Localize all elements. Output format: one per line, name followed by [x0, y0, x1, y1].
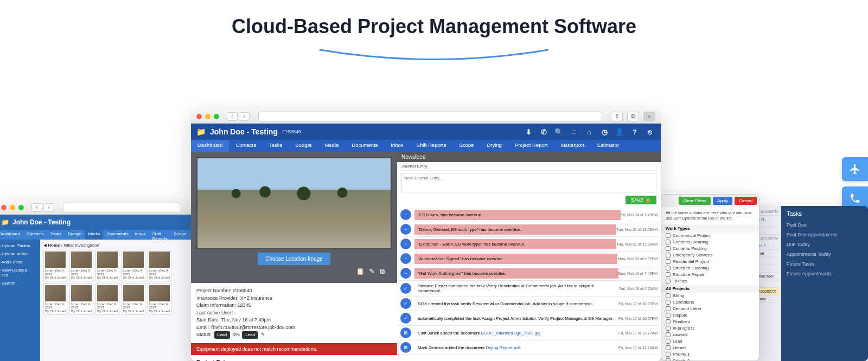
- fwd-button[interactable]: ›: [239, 112, 250, 121]
- thumbnail[interactable]: Lorem Dec 9, 2023By Clint Junell: [95, 283, 119, 315]
- thumbnail[interactable]: Lorem Dec 9, 2023By Clint Junell: [43, 250, 67, 281]
- choose-location-button[interactable]: Choose Location Image: [258, 253, 330, 265]
- tab-tasks[interactable]: Tasks: [263, 140, 289, 152]
- tab-budget[interactable]: Budget: [289, 140, 318, 152]
- task-filter-item[interactable]: Past Due: [787, 220, 863, 230]
- tab-documents[interactable]: Documents: [345, 140, 384, 152]
- tabs-icon[interactable]: ⧉: [627, 112, 639, 121]
- share-icon[interactable]: ⇪: [611, 112, 623, 121]
- tab-contacts[interactable]: Contacts: [23, 230, 47, 240]
- back-button[interactable]: ‹: [31, 203, 42, 212]
- close-dot[interactable]: [196, 114, 202, 119]
- fwd-button[interactable]: ›: [43, 203, 54, 212]
- copy-icon[interactable]: 📋: [356, 267, 365, 275]
- fab-plane-icon[interactable]: [842, 157, 868, 181]
- tab-project-report[interactable]: Project Report: [508, 140, 554, 152]
- help-icon[interactable]: ?: [629, 126, 640, 137]
- thumbnail[interactable]: Lorem Dec 9, 2023By Clint Junell: [43, 283, 67, 315]
- min-dot[interactable]: [205, 114, 210, 119]
- sidebar-item[interactable]: • Search: [0, 279, 38, 287]
- sidebar-item[interactable]: • Add Folder: [0, 258, 38, 266]
- tab-scope[interactable]: Scope: [453, 140, 481, 152]
- tab-scope[interactable]: Scope: [170, 230, 189, 240]
- note-icon[interactable]: 🗎: [379, 267, 386, 275]
- checkbox-in-progress[interactable]: In-progress: [661, 325, 759, 332]
- menu-icon[interactable]: ≡: [569, 126, 579, 137]
- max-dot[interactable]: [214, 114, 219, 119]
- task-filter-item[interactable]: Due Today: [787, 240, 863, 249]
- apply-button[interactable]: Apply: [713, 197, 732, 205]
- cancel-button[interactable]: Cancel: [735, 197, 757, 205]
- checkbox-priority-2[interactable]: Priority 2: [661, 358, 759, 362]
- tab-media[interactable]: Media: [85, 230, 104, 240]
- thumbnail[interactable]: Lorem Dec 9, 2023By Clint Junell: [122, 283, 145, 315]
- tab-budget[interactable]: Budget: [65, 230, 85, 240]
- address-bar[interactable]: [63, 203, 181, 212]
- checkbox-commercial-project[interactable]: Commercial Project: [661, 233, 759, 239]
- tab-dashboard[interactable]: Dashboard: [0, 230, 23, 240]
- tab-matterport[interactable]: Matterport: [554, 140, 591, 152]
- task-filter-item[interactable]: Future Appointments: [787, 269, 863, 279]
- back-button[interactable]: ‹: [227, 112, 238, 121]
- add-tab-icon[interactable]: +: [643, 112, 655, 121]
- status-pill: Lead: [242, 331, 258, 339]
- checkbox-liened[interactable]: Liened: [661, 345, 759, 351]
- checkbox-textiles[interactable]: Textiles: [661, 278, 759, 285]
- tab-contacts[interactable]: Contacts: [229, 140, 263, 152]
- logout-icon[interactable]: ⎋: [644, 126, 655, 137]
- doc-link[interactable]: BODC_WinnersLogo_2023.jpg: [481, 331, 541, 336]
- thumbnail[interactable]: Lorem Dec 9, 2023By Clint Junell: [69, 283, 93, 315]
- save-button[interactable]: SAVE 🔒: [626, 196, 656, 204]
- tab-estimator[interactable]: Estimator: [591, 140, 626, 152]
- tab-drying[interactable]: Drying: [480, 140, 508, 152]
- checkbox-demand-letter[interactable]: Demand Letter: [661, 306, 759, 312]
- checkbox-lead[interactable]: Lead: [661, 338, 759, 345]
- min-dot[interactable]: [10, 205, 15, 210]
- checkbox-dispute[interactable]: Dispute: [661, 312, 759, 319]
- edit-icon[interactable]: ✎: [369, 267, 375, 275]
- clear-filters-button[interactable]: Clear Filters: [679, 197, 711, 205]
- home-icon[interactable]: ⌂: [584, 126, 595, 137]
- tab-inbox[interactable]: Inbox: [132, 230, 149, 240]
- search-icon[interactable]: 🔍: [553, 126, 564, 137]
- tab-documents[interactable]: Documents: [103, 230, 131, 240]
- tab-dashboard[interactable]: Dashboard: [191, 140, 229, 152]
- thumbnail[interactable]: Lorem Dec 9, 2023By Clint Junell: [148, 250, 171, 281]
- checkbox-emergency-services[interactable]: Emergency Services: [661, 252, 759, 259]
- tab-inbox[interactable]: Inbox: [384, 140, 410, 152]
- thumbnail[interactable]: Lorem Dec 9, 2023By Clint Junell: [122, 250, 145, 281]
- checkbox-finalized[interactable]: Finalized: [661, 319, 759, 325]
- close-dot[interactable]: [1, 205, 7, 210]
- address-bar[interactable]: [258, 112, 602, 121]
- max-dot[interactable]: [18, 205, 24, 210]
- thumbnail[interactable]: Lorem Dec 9, 2023By Clint Junell: [95, 250, 119, 281]
- download-icon[interactable]: ⬇: [523, 126, 534, 137]
- edit-icon[interactable]: ✎: [261, 332, 265, 337]
- thumbnail[interactable]: Lorem Dec 9, 2023By Clint Junell: [69, 250, 93, 281]
- sidebar-item[interactable]: • View Deleted Files: [0, 266, 38, 279]
- task-filter-item[interactable]: Future Tasks: [787, 259, 863, 269]
- tab-shift-reports[interactable]: Shift Reports: [410, 140, 453, 152]
- thumbnail[interactable]: Lorem Dec 9, 2023By Clint Junell: [148, 283, 171, 315]
- tab-media[interactable]: Media: [318, 140, 345, 152]
- checkbox-structure-repair[interactable]: Structure Repair: [661, 272, 759, 278]
- journal-entry-input[interactable]: [401, 173, 656, 192]
- task-filter-item[interactable]: Past Due Appointments: [787, 230, 863, 240]
- phone-icon[interactable]: ✆: [538, 126, 549, 137]
- checkbox-priority-1[interactable]: Priority 1: [661, 351, 759, 358]
- sidebar-item[interactable]: • Upload Photos: [0, 242, 38, 250]
- checkbox-structure-cleaning[interactable]: Structure Cleaning: [661, 265, 759, 272]
- checkbox-contents-cleaning[interactable]: Contents Cleaning: [661, 239, 759, 246]
- doc-link[interactable]: Drying Report.pdf: [486, 345, 520, 350]
- checkbox-residential-project[interactable]: Residential Project: [661, 259, 759, 265]
- user-icon[interactable]: 👤: [614, 126, 625, 137]
- tab-tasks[interactable]: Tasks: [47, 230, 65, 240]
- checkbox-billing[interactable]: Billing: [661, 293, 759, 299]
- clock-icon[interactable]: ◷: [599, 126, 610, 137]
- checkbox-contents-packing[interactable]: Contents Packing: [661, 246, 759, 252]
- checkbox-lawsuit[interactable]: Lawsuit: [661, 332, 759, 338]
- tab-shift-reports[interactable]: Shift Reports: [149, 230, 170, 240]
- task-filter-item[interactable]: Appointments Today: [787, 249, 863, 259]
- sidebar-item[interactable]: • Upload Video: [0, 250, 38, 258]
- checkbox-collections[interactable]: Collections: [661, 299, 759, 306]
